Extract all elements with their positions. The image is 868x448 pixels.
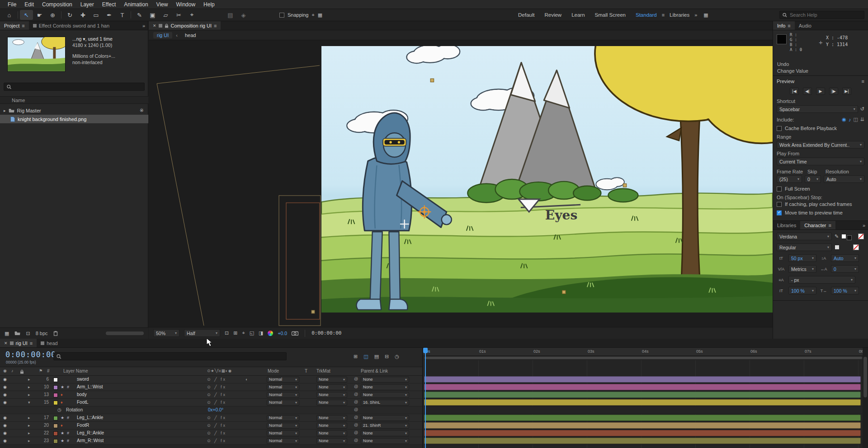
frame-rate-dropdown[interactable]: (25)▾ (777, 175, 802, 183)
layer-row[interactable]: ◉ ▸ 22 ★ # Leg_R::Ankle ⊙ ╱ fx Normal▾ N… (0, 429, 423, 437)
exposure-value[interactable]: +0.0 (278, 331, 287, 336)
label-color-chip[interactable] (53, 439, 58, 443)
tab-timeline-rig-ui[interactable]: ✕ rig UI ≡ (0, 339, 37, 347)
layer-name[interactable]: Arm_R::Wrist (77, 438, 104, 443)
parent-link-column-label[interactable]: Parent & Link (361, 369, 388, 373)
close-icon[interactable]: ✕ (4, 341, 8, 345)
layer-row[interactable]: ◉ ▸ 13 ♦ body ⊙ ╱ fx Normal▾ None▾ @ Non… (0, 391, 423, 399)
layer-track[interactable] (423, 429, 863, 437)
chevron-right-icon[interactable]: ▸ (4, 108, 6, 113)
menu-effect[interactable]: Effect (98, 1, 120, 8)
play-button[interactable]: ▶ (816, 88, 825, 95)
layer-duration-bar[interactable] (424, 399, 861, 406)
baseline-dropdown[interactable]: - px▾ (788, 276, 855, 284)
tab-info[interactable]: Info ≡ (773, 21, 795, 30)
panel-menu-icon[interactable]: ≡ (30, 341, 33, 346)
layer-track[interactable] (423, 399, 863, 406)
if-caching-checkbox[interactable] (777, 202, 782, 207)
resolution-dropdown[interactable]: Half▾ (184, 329, 220, 337)
pickwhip-icon[interactable]: @ (354, 377, 358, 381)
home-tool-icon[interactable]: ⌂ (3, 10, 16, 20)
lock-icon[interactable] (165, 23, 169, 28)
chevron-right-icon[interactable]: ▸ (28, 423, 30, 428)
selection-tool-icon[interactable]: ↖ (20, 10, 33, 20)
region-of-interest-icon[interactable]: ⊡ (225, 330, 229, 336)
new-folder-icon[interactable] (14, 331, 20, 336)
layer-track[interactable] (423, 376, 863, 383)
layer-row[interactable]: ◉ ▸ 17 ★ # Leg_L::Ankle ⊙ ╱ fx Normal▾ N… (0, 414, 423, 422)
composition-viewport[interactable]: Eyes (149, 40, 773, 327)
parent-dropdown[interactable]: None▾ (361, 415, 409, 421)
blend-mode-dropdown[interactable]: Normal▾ (267, 400, 299, 406)
move-time-checkbox[interactable] (777, 210, 782, 215)
eye-icon[interactable]: ◉ (3, 423, 7, 428)
cache-before-playback-checkbox[interactable] (777, 126, 782, 131)
include-video-icon[interactable]: ◉ (842, 117, 846, 122)
shape-tool-icon[interactable]: ▭ (90, 10, 103, 20)
layer-name-column-label[interactable]: Layer Name (63, 369, 88, 373)
layer-name[interactable]: Arm_L::Wrist (77, 384, 103, 389)
clone-stamp-tool-icon[interactable]: ▣ (146, 10, 159, 20)
workspace-default[interactable]: Default (513, 12, 539, 18)
panel-menu-icon[interactable]: ≡ (214, 23, 217, 28)
scrollbar-handle[interactable] (863, 357, 867, 397)
pickwhip-icon[interactable]: @ (354, 407, 358, 412)
layer-name[interactable]: Leg_L::Ankle (77, 415, 103, 420)
panel-menu-icon[interactable]: ≡ (22, 23, 24, 28)
tab-composition[interactable]: ✕ Composition rig UI ≡ (149, 21, 221, 30)
footage-thumbnail[interactable] (7, 37, 66, 72)
menu-animation[interactable]: Animation (120, 1, 152, 8)
hand-tool-icon[interactable]: ☛ (33, 10, 46, 20)
layer-row[interactable]: ◉ ▸ 20 ♦ FootR ⊙ ╱ fx Normal▾ None▾ @ 21… (0, 422, 423, 429)
snap-option-icon[interactable]: ⌖ (312, 12, 315, 18)
project-item-file[interactable]: knight background finished.png (0, 115, 148, 123)
eye-icon[interactable]: ◉ (3, 415, 7, 420)
pickwhip-icon[interactable]: @ (354, 384, 358, 389)
layer-switches[interactable]: ⊙ ╱ fx (207, 431, 226, 435)
blend-mode-dropdown[interactable]: Normal▾ (267, 384, 299, 390)
grid-guides-icon[interactable]: ⊞ (233, 330, 237, 336)
eye-icon[interactable]: ◉ (3, 400, 7, 405)
time-ruler[interactable]: 0s 01s 02s 03s 04s 05s 06s 07s 08s (423, 348, 863, 356)
workspace-standard[interactable]: Standard (631, 12, 662, 18)
blend-mode-dropdown[interactable]: Normal▾ (267, 430, 299, 436)
layer-row-selected[interactable]: ◉ ▾ 15 ♦ FootL ⊙ ╱ fx Normal▾ None▾ @ 16… (0, 399, 423, 406)
roto-brush-tool-icon[interactable]: ✂ (172, 10, 185, 20)
resolution-dropdown[interactable]: Auto▾ (824, 175, 864, 183)
font-style-dropdown[interactable]: Regular▾ (777, 243, 832, 251)
rotation-value[interactable]: 0x+0.0° (208, 407, 223, 412)
font-size-dropdown[interactable]: 50 px▾ (788, 254, 816, 262)
parent-dropdown[interactable]: 21. ShinR▾ (361, 423, 409, 429)
layer-track[interactable] (423, 437, 863, 445)
layer-duration-bar[interactable] (424, 384, 861, 390)
vertical-scrollbar[interactable] (863, 348, 868, 448)
layer-switches[interactable]: ⊙ ╱ fx (207, 423, 226, 428)
layer-switches[interactable]: ⊙ ╱ fx (207, 385, 226, 389)
layer-duration-bar[interactable] (424, 392, 861, 398)
horizontal-scrollbar[interactable] (106, 331, 144, 335)
chevron-right-icon[interactable]: ▸ (28, 385, 30, 389)
workspace-small-screen[interactable]: Small Screen (590, 12, 631, 18)
label-color-chip[interactable] (53, 378, 58, 382)
project-search-input[interactable] (14, 84, 142, 89)
tab-project[interactable]: Project ≡ (0, 21, 29, 30)
channel-color-icon[interactable] (268, 331, 273, 336)
eye-icon[interactable]: ◉ (3, 392, 7, 397)
layer-track[interactable] (423, 391, 863, 399)
range-dropdown[interactable]: Work Area Extended By Current..▾ (777, 141, 864, 149)
project-name-column-header[interactable]: Name (0, 96, 148, 104)
blend-mode-dropdown[interactable]: Normal▾ (267, 392, 299, 398)
stroke-style-swatch[interactable] (835, 245, 840, 250)
blend-mode-dropdown[interactable]: Normal▾ (267, 415, 299, 421)
eraser-tool-icon[interactable]: ▱ (159, 10, 172, 20)
tab-libraries[interactable]: Libraries (773, 221, 800, 229)
no-fill-swatch[interactable] (858, 233, 864, 239)
trkmat-column-label[interactable]: TrkMat (316, 369, 330, 373)
timeline-search-input[interactable] (64, 354, 283, 359)
pickwhip-icon[interactable]: @ (354, 423, 358, 427)
motion-blur-icon[interactable]: ◷ (395, 354, 399, 359)
layer-duration-bar[interactable] (424, 376, 861, 383)
frame-blending-icon[interactable]: ⊟ (385, 354, 389, 359)
property-track[interactable] (423, 406, 863, 414)
label-color-chip[interactable] (53, 401, 58, 405)
